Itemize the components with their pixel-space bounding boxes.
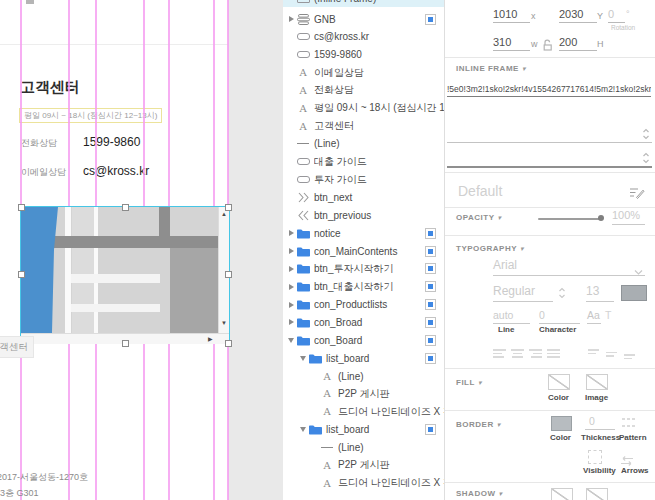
lock-icon[interactable] xyxy=(543,37,553,55)
selection-handle[interactable] xyxy=(122,204,129,211)
layer-row[interactable]: A드디어 나인티데이즈 X 핀크의 콜라 xyxy=(283,403,444,421)
selection-handle[interactable] xyxy=(225,204,232,211)
line-spacing-field[interactable]: auto xyxy=(493,309,530,324)
iframe-option-select[interactable] xyxy=(447,150,652,168)
layer-row[interactable]: con_MainContents xyxy=(283,242,444,260)
component-state-name[interactable]: Default xyxy=(458,183,502,199)
selection-handle[interactable] xyxy=(18,204,25,211)
iframe-option-select[interactable] xyxy=(447,126,652,143)
width-field[interactable]: 310 xyxy=(493,36,530,51)
layer-row[interactable]: 투자 가이드 xyxy=(283,171,444,189)
layer-row[interactable]: GNB xyxy=(283,10,444,28)
layer-row[interactable]: btn_대출시작하기 xyxy=(283,278,444,296)
map-vertical-scrollbar[interactable]: ▲ ▼ xyxy=(218,207,229,333)
layer-row-selected[interactable]: (Inline Frame) xyxy=(283,0,444,7)
expand-arrow-icon[interactable] xyxy=(286,319,296,325)
font-family-select[interactable]: Arial xyxy=(493,258,645,276)
layer-row[interactable]: btn_투자시작하기 xyxy=(283,260,444,278)
component-toggle[interactable] xyxy=(425,317,436,328)
layer-row[interactable]: 1599-9860 xyxy=(283,46,444,64)
caret-down-icon[interactable]: ▾ xyxy=(497,421,501,428)
selection-handle[interactable] xyxy=(122,340,129,347)
layer-row[interactable]: cs@kross.kr xyxy=(283,28,444,46)
caret-down-icon[interactable]: ▾ xyxy=(497,214,501,221)
align-right-icon[interactable] xyxy=(529,347,542,358)
caret-down-icon[interactable]: ▾ xyxy=(478,379,482,386)
expand-arrow-icon[interactable] xyxy=(286,16,296,22)
align-bottom-icon[interactable] xyxy=(624,347,637,363)
component-toggle[interactable] xyxy=(425,246,436,257)
shadow-toggle-swatch[interactable] xyxy=(586,488,608,500)
layer-row[interactable]: notice xyxy=(283,224,444,242)
collapse-arrow-icon[interactable] xyxy=(286,338,296,343)
align-left-icon[interactable] xyxy=(493,347,506,358)
layer-row[interactable]: A고객센터 xyxy=(283,117,444,135)
font-color-swatch[interactable] xyxy=(621,285,647,301)
align-justify-icon[interactable] xyxy=(547,347,560,358)
selection-handle[interactable] xyxy=(18,271,25,278)
component-toggle[interactable] xyxy=(425,353,436,364)
layer-row[interactable]: AP2P 게시판 xyxy=(283,385,444,403)
selection-handle[interactable] xyxy=(225,340,232,347)
layer-row[interactable]: list_board xyxy=(283,421,444,439)
component-toggle[interactable] xyxy=(425,281,436,292)
layer-row[interactable]: A평일 09시 ~ 18시 (점심시간 1 xyxy=(283,99,444,117)
align-middle-icon[interactable] xyxy=(606,347,619,361)
layer-row[interactable]: con_Productlists xyxy=(283,296,444,314)
stepper-icon[interactable] xyxy=(558,286,566,304)
layer-row[interactable]: (Line) xyxy=(283,135,444,153)
x-position-field[interactable]: 1010 xyxy=(493,8,530,23)
caret-down-icon[interactable]: ▾ xyxy=(522,65,526,72)
expand-arrow-icon[interactable] xyxy=(286,230,296,236)
chevron-down-icon[interactable] xyxy=(634,262,643,280)
character-spacing-field[interactable]: 0 xyxy=(539,309,580,324)
opacity-value-field[interactable]: 100% xyxy=(612,209,645,225)
layer-row[interactable]: A드디어 나인티데이즈 X 핀크의 콜라 xyxy=(283,474,444,492)
component-toggle[interactable] xyxy=(425,335,436,346)
layer-row[interactable]: (Line) xyxy=(283,438,444,456)
expand-arrow-icon[interactable] xyxy=(286,302,296,308)
artboard-handle[interactable] xyxy=(26,0,34,4)
height-field[interactable]: 200 xyxy=(559,36,597,51)
component-toggle[interactable] xyxy=(425,14,436,25)
design-canvas[interactable]: 고객센터 평일 09시 ~ 18시 (점심시간 12~13시) 전화상담 159… xyxy=(0,0,283,500)
font-weight-select[interactable]: Regular xyxy=(493,284,553,302)
collapse-arrow-icon[interactable] xyxy=(298,427,308,432)
capitalization-icon[interactable]: Aa xyxy=(587,309,601,324)
expand-arrow-icon[interactable] xyxy=(286,284,296,290)
shadow-color-swatch[interactable] xyxy=(551,488,573,500)
font-size-field[interactable]: 13 xyxy=(586,284,614,302)
scroll-up-icon[interactable]: ▲ xyxy=(221,211,227,217)
iframe-url-field[interactable]: !5e0!3m2!1sko!2skr!4v1554267717614!5m2!1… xyxy=(447,84,651,97)
inline-frame-selection[interactable]: ▲ ▼ ◀ ▶ xyxy=(20,206,230,344)
expand-arrow-icon[interactable] xyxy=(286,248,296,254)
layer-row[interactable]: btn_previous xyxy=(283,206,444,224)
border-pattern-icon[interactable] xyxy=(622,418,637,427)
align-top-icon[interactable] xyxy=(588,347,601,358)
align-center-icon[interactable] xyxy=(511,347,524,358)
collapse-arrow-icon[interactable] xyxy=(298,356,308,361)
border-thickness-field[interactable]: 0 xyxy=(585,415,615,430)
fill-image-swatch[interactable] xyxy=(586,374,608,390)
caret-down-icon[interactable]: ▾ xyxy=(498,490,502,497)
layer-row[interactable]: A전화상담 xyxy=(283,81,444,99)
fill-color-swatch[interactable] xyxy=(548,374,570,390)
edit-state-icon[interactable] xyxy=(629,186,645,204)
stepper-icon[interactable] xyxy=(642,151,650,169)
opacity-slider-handle[interactable] xyxy=(598,215,604,221)
component-toggle[interactable] xyxy=(425,299,436,310)
layer-row[interactable]: list_board xyxy=(283,349,444,367)
layer-row[interactable]: A(Line) xyxy=(283,367,444,385)
border-color-swatch[interactable] xyxy=(551,416,572,431)
component-toggle[interactable] xyxy=(425,424,436,435)
layer-row[interactable]: 대출 가이드 xyxy=(283,153,444,171)
component-toggle[interactable] xyxy=(425,228,436,239)
strikethrough-icon[interactable]: T xyxy=(605,309,611,321)
scroll-down-icon[interactable]: ▼ xyxy=(221,320,227,326)
y-position-field[interactable]: 2030 xyxy=(559,8,597,23)
layer-row[interactable]: AP2P 게시판 xyxy=(283,456,444,474)
stepper-icon[interactable] xyxy=(642,127,650,145)
layer-row[interactable]: btn_next xyxy=(283,189,444,207)
layer-row[interactable]: A이메일상담 xyxy=(283,64,444,82)
map-embed[interactable] xyxy=(21,207,218,333)
